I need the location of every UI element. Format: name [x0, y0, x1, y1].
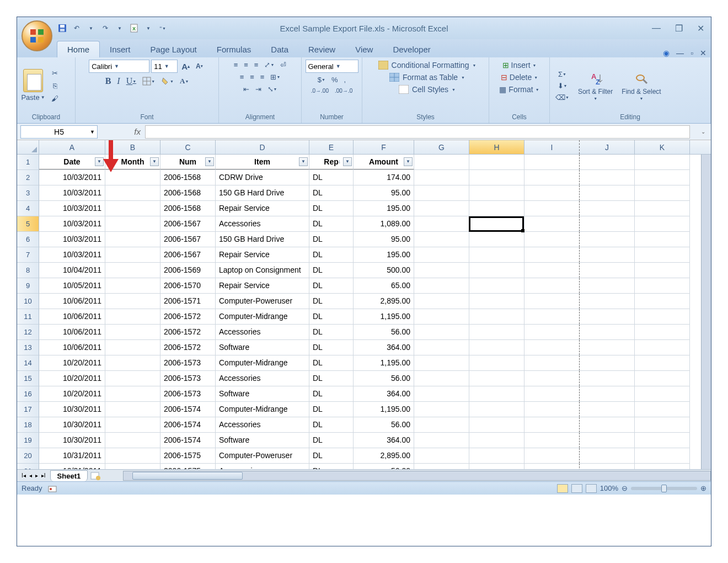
cell-B18[interactable] [105, 417, 160, 432]
cell-J4[interactable] [580, 201, 635, 216]
cell-F21[interactable]: 56.00 [354, 464, 414, 469]
grow-font-icon[interactable]: A▴ [179, 61, 192, 72]
cell-H13[interactable] [469, 340, 524, 355]
cell-D18[interactable]: Accessories [216, 417, 309, 432]
help-icon[interactable]: ◉ [663, 49, 670, 57]
sheet-nav-first-icon[interactable]: І◂ [20, 472, 27, 479]
cell-J3[interactable] [580, 185, 635, 200]
cell-H12[interactable] [469, 325, 524, 339]
cell-F4[interactable]: 195.00 [354, 201, 414, 216]
cell-B5[interactable] [105, 216, 160, 231]
cell-A2[interactable]: 10/03/2011 [39, 170, 105, 185]
cell-H18[interactable] [469, 417, 524, 432]
header-date[interactable]: Date▼ [39, 155, 105, 169]
qat-dropdown-3[interactable]: ▼ [142, 22, 155, 35]
increase-indent-icon[interactable]: ⇥ [253, 84, 264, 94]
cell-A14[interactable]: 10/20/2011 [39, 355, 105, 370]
cell-D8[interactable]: Laptop on Consignment [216, 263, 309, 278]
align-top-icon[interactable]: ≡ [232, 60, 240, 70]
zoom-out-icon[interactable]: ⊖ [622, 484, 628, 492]
cell-E14[interactable]: DL [309, 355, 354, 370]
font-color-button[interactable]: A▼ [178, 76, 191, 87]
cell-A17[interactable]: 10/30/2011 [39, 402, 105, 417]
cell-F10[interactable]: 2,895.00 [354, 294, 414, 309]
cell-F17[interactable]: 1,195.00 [354, 402, 414, 417]
cell-H2[interactable] [469, 170, 524, 185]
cell-B12[interactable] [105, 325, 160, 339]
cell-I5[interactable] [524, 216, 580, 231]
sheet-tab-sheet1[interactable]: Sheet1 [50, 470, 88, 481]
tab-developer[interactable]: Developer [383, 41, 440, 57]
excel-doc-icon[interactable]: X [127, 22, 141, 35]
cell-K16[interactable] [635, 386, 690, 401]
percent-icon[interactable]: % [329, 75, 340, 85]
cell-I7[interactable] [524, 247, 580, 262]
cell-B6[interactable] [105, 232, 160, 247]
cell-B2[interactable] [105, 170, 160, 185]
cell-K5[interactable] [635, 216, 690, 231]
row-header-4[interactable]: 4 [17, 201, 39, 216]
cell-J6[interactable] [580, 232, 635, 247]
cell-C4[interactable]: 2006-1568 [160, 201, 216, 216]
col-header-B[interactable]: B [105, 140, 160, 154]
row-header-16[interactable]: 16 [17, 386, 39, 402]
zoom-level[interactable]: 100% [600, 484, 618, 492]
cell-E20[interactable]: DL [309, 448, 354, 463]
format-as-table-button[interactable]: Format as Table ▼ [387, 72, 467, 83]
row-header-2[interactable]: 2 [17, 170, 39, 185]
cell-D14[interactable]: Computer-Midrange [216, 355, 309, 370]
fx-icon[interactable]: fx [134, 127, 141, 136]
cell-I12[interactable] [524, 325, 580, 339]
cell-E9[interactable]: DL [309, 278, 354, 293]
cell-C10[interactable]: 2006-1571 [160, 294, 216, 309]
cell-F2[interactable]: 174.00 [354, 170, 414, 185]
col-header-C[interactable]: C [160, 140, 216, 154]
cell-J5[interactable] [580, 216, 635, 231]
cell-J20[interactable] [580, 448, 635, 463]
cell-K15[interactable] [635, 371, 690, 386]
cell-H6[interactable] [469, 232, 524, 247]
cell-C2[interactable]: 2006-1568 [160, 170, 216, 185]
cell-J8[interactable] [580, 263, 635, 278]
cell-D6[interactable]: 150 GB Hard Drive [216, 232, 309, 247]
cell-H15[interactable] [469, 371, 524, 386]
cell-J16[interactable] [580, 386, 635, 401]
cell-C9[interactable]: 2006-1570 [160, 278, 216, 293]
cell-G11[interactable] [414, 309, 469, 324]
cell-G12[interactable] [414, 325, 469, 339]
row-header-17[interactable]: 17 [17, 402, 39, 417]
formula-expand-icon[interactable]: ⌄ [701, 129, 711, 135]
tab-insert[interactable]: Insert [100, 41, 141, 57]
sheet-nav-next-icon[interactable]: ▸ [34, 472, 39, 479]
cell-H20[interactable] [469, 448, 524, 463]
cell-I6[interactable] [524, 232, 580, 247]
autosum-icon[interactable]: Σ ▼ [556, 69, 569, 79]
cell-G5[interactable] [414, 216, 469, 231]
cell-F5[interactable]: 1,089.00 [354, 216, 414, 231]
cell-C16[interactable]: 2006-1573 [160, 386, 216, 401]
cell-B14[interactable] [105, 355, 160, 370]
cell-I14[interactable] [524, 355, 580, 370]
cell-E13[interactable]: DL [309, 340, 354, 355]
cell-B21[interactable] [105, 464, 160, 469]
redo-icon[interactable]: ↷ [99, 22, 112, 35]
col-header-I[interactable]: I [524, 140, 580, 154]
cell-E8[interactable]: DL [309, 263, 354, 278]
align-right-icon[interactable]: ≡ [258, 72, 267, 82]
italic-button[interactable]: I [115, 75, 122, 87]
cell-G16[interactable] [414, 386, 469, 401]
cell-F6[interactable]: 95.00 [354, 232, 414, 247]
cell-B15[interactable] [105, 371, 160, 386]
cell-A16[interactable]: 10/20/2011 [39, 386, 105, 401]
cell-K3[interactable] [635, 185, 690, 200]
cell-D16[interactable]: Software [216, 386, 309, 401]
cell-J17[interactable] [580, 402, 635, 417]
cell-E11[interactable]: DL [309, 309, 354, 324]
spreadsheet-grid[interactable]: A B C D E F G H I J K 1 Date▼ Month▼ Num… [17, 140, 711, 469]
cell-A18[interactable]: 10/30/2011 [39, 417, 105, 432]
number-format-combo[interactable]: General▼ [306, 60, 358, 73]
cell-B9[interactable] [105, 278, 160, 293]
cell-I15[interactable] [524, 371, 580, 386]
delete-cells-button[interactable]: ⊟Delete ▼ [499, 72, 540, 83]
cell-D3[interactable]: 150 GB Hard Drive [216, 185, 309, 200]
